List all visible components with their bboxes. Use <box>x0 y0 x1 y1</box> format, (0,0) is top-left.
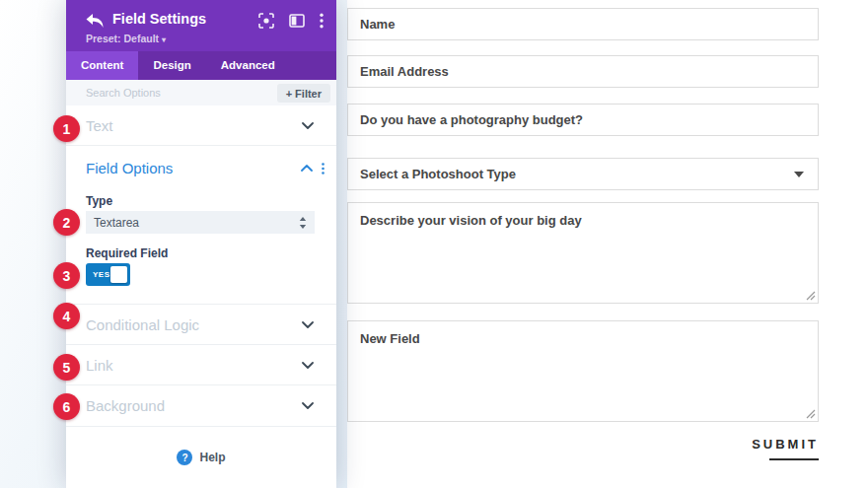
step-badge-4: 4 <box>53 303 80 329</box>
search-input[interactable] <box>86 80 263 105</box>
submit-button[interactable]: SUBMIT <box>752 435 819 460</box>
form-field-budget[interactable] <box>347 104 819 136</box>
field-options-header-icons <box>301 163 325 174</box>
field-type-select[interactable]: Textarea <box>86 211 315 234</box>
form-field-vision-textarea[interactable] <box>347 202 819 304</box>
section-toggle-link[interactable]: Link <box>66 345 336 385</box>
tab-content[interactable]: Content <box>66 51 138 80</box>
submit-button-label: SUBMIT <box>752 437 819 452</box>
tab-advanced[interactable]: Advanced <box>206 51 290 80</box>
section-toggle-text[interactable]: Text <box>66 105 336 146</box>
section-label: Text <box>86 117 113 134</box>
field-options-header: Field Options <box>86 160 325 176</box>
form-field-name[interactable] <box>347 8 819 40</box>
select-value: Select a Photoshoot Type <box>360 167 516 181</box>
focus-mode-icon[interactable] <box>258 13 274 29</box>
form-field-new-field-textarea[interactable] <box>347 320 819 422</box>
chevron-up-icon[interactable] <box>301 165 313 172</box>
form-field-email[interactable] <box>347 55 819 88</box>
type-label: Type <box>86 194 112 208</box>
help-label: Help <box>199 451 225 464</box>
form-field-vision-wrap <box>347 202 819 304</box>
chevron-down-icon <box>794 172 804 177</box>
resize-handle-icon[interactable] <box>806 409 816 419</box>
chevron-down-icon <box>302 402 314 409</box>
options-search-bar: + Filter <box>66 80 336 105</box>
resize-handle-icon[interactable] <box>806 291 816 301</box>
section-toggle-conditional-logic[interactable]: Conditional Logic <box>66 305 336 345</box>
toggle-on-label: YES <box>93 270 110 279</box>
field-settings-modal: Field Settings Preset: Default▾ <box>66 0 336 488</box>
back-icon[interactable] <box>85 13 105 29</box>
modal-header-actions <box>258 13 324 29</box>
field-type-value: Textarea <box>94 216 139 230</box>
settings-tab-bar: Content Design Advanced <box>66 51 336 80</box>
required-field-toggle[interactable]: YES <box>86 263 130 286</box>
preset-selector[interactable]: Preset: Default▾ <box>86 33 166 44</box>
section-toggle-background[interactable]: Background <box>66 385 336 427</box>
contact-form-preview: Select a Photoshoot Type SUBMIT <box>347 0 868 488</box>
submit-underline <box>769 458 819 460</box>
step-badge-2: 2 <box>53 209 80 236</box>
modal-title: Field Settings <box>112 11 206 27</box>
tab-design[interactable]: Design <box>138 51 205 80</box>
toggle-knob <box>110 266 127 283</box>
required-field-label: Required Field <box>86 246 168 260</box>
kebab-menu-icon[interactable] <box>320 13 324 29</box>
section-field-options: Field Options Type Textarea R <box>66 146 336 305</box>
preset-label: Preset: Default <box>86 33 159 44</box>
section-label: Link <box>86 357 113 374</box>
help-question-icon: ? <box>177 450 192 465</box>
section-label: Conditional Logic <box>86 316 199 333</box>
step-badge-6: 6 <box>53 393 80 420</box>
section-toggle-field-options[interactable]: Field Options <box>86 160 301 176</box>
kebab-menu-icon[interactable] <box>322 163 325 174</box>
step-badge-5: 5 <box>53 354 80 381</box>
chevron-down-icon <box>302 362 314 369</box>
screenshot-root: Select a Photoshoot Type SUBMIT Field <box>0 0 868 488</box>
modal-header[interactable]: Field Settings Preset: Default▾ <box>66 0 336 51</box>
chevron-down-icon <box>302 321 314 328</box>
step-badge-3: 3 <box>53 262 80 289</box>
select-spinner-icon <box>299 217 307 229</box>
panel-layout-icon[interactable] <box>289 14 305 28</box>
filter-button[interactable]: + Filter <box>277 84 330 103</box>
help-button[interactable]: ? Help <box>66 427 336 488</box>
form-field-photoshoot-type-select[interactable]: Select a Photoshoot Type <box>347 158 819 190</box>
step-badge-1: 1 <box>53 115 80 142</box>
form-field-new-field-wrap <box>347 320 819 422</box>
chevron-down-icon <box>302 122 314 129</box>
chevron-down-icon: ▾ <box>162 35 166 44</box>
section-label: Background <box>86 397 165 414</box>
